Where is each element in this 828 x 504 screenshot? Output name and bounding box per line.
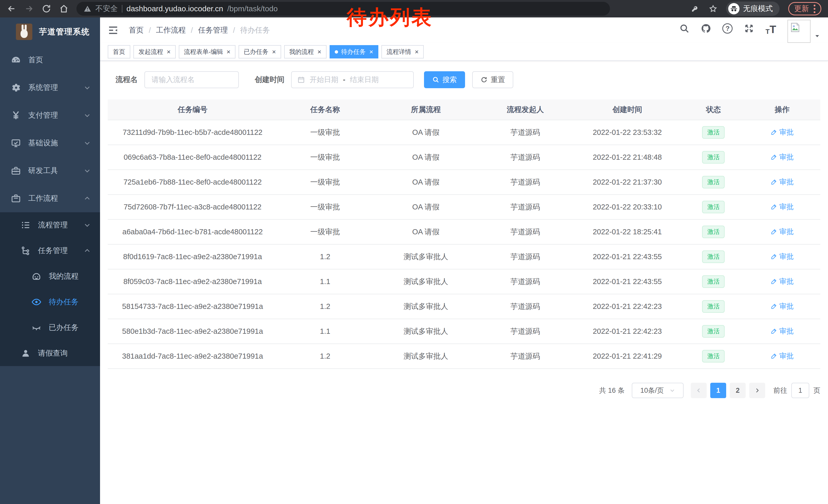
sidebar-collapse-icon[interactable] [108, 25, 119, 36]
task-name: 一级审批 [277, 220, 373, 244]
tab-流程表单-编辑[interactable]: 流程表单-编辑× [179, 45, 236, 58]
sidebar-item-工作流程[interactable]: 工作流程 [0, 185, 100, 212]
sidebar-item-基础设施[interactable]: 基础设施 [0, 129, 100, 157]
table-header-row: 任务编号任务名称所属流程流程发起人创建时间状态操作 [108, 99, 820, 120]
approve-link[interactable]: 审批 [771, 302, 794, 311]
chevron-down-icon [84, 112, 91, 119]
font-size-icon[interactable] [765, 23, 776, 36]
initiator: 芋道源码 [479, 294, 572, 319]
page-size-select[interactable]: 10条/页 [632, 383, 684, 398]
task-name: 1.2 [277, 344, 373, 369]
created-time: 2022-01-21 22:41:29 [572, 344, 683, 369]
address-bar[interactable]: 不安全 dashboard.yudao.iocoder.cn/bpm/task/… [76, 2, 610, 16]
process-name-label: 流程名 [115, 75, 138, 85]
status-cell: 激活 [683, 344, 744, 369]
status-badge: 激活 [702, 275, 724, 288]
sidebar-item-label: 待办任务 [49, 297, 79, 307]
reset-button[interactable]: 重置 [472, 71, 513, 88]
tab-发起流程[interactable]: 发起流程× [133, 45, 176, 58]
close-icon[interactable]: × [415, 48, 419, 55]
app-title: 芋道管理系统 [39, 27, 90, 37]
sidebar-item-待办任务[interactable]: 待办任务 [0, 289, 100, 315]
approve-link[interactable]: 审批 [771, 227, 794, 237]
home-icon[interactable] [59, 4, 69, 13]
sidebar-item-支付管理[interactable]: 支付管理 [0, 101, 100, 129]
bookmark-star-icon[interactable] [709, 4, 717, 13]
sidebar-item-label: 已办任务 [49, 322, 79, 333]
process-name-input[interactable] [144, 71, 239, 88]
url-host: dashboard.yudao.iocoder.cn [126, 4, 223, 13]
page-size-value: 10条/页 [640, 386, 664, 395]
help-icon[interactable] [722, 23, 733, 34]
sidebar-item-任务管理[interactable]: 任务管理 [0, 238, 100, 264]
prev-page-button[interactable] [691, 383, 707, 398]
approve-label: 审批 [779, 202, 794, 212]
pen-icon [771, 253, 777, 260]
sidebar-item-请假查询[interactable]: 请假查询 [0, 340, 100, 366]
close-icon[interactable]: × [318, 48, 321, 55]
next-page-button[interactable] [749, 383, 765, 398]
table-row: 580e1b3d-7ac8-11ec-a9e2-a2380e71991a1.1测… [108, 319, 820, 344]
close-icon[interactable]: × [226, 48, 230, 55]
search-icon[interactable] [679, 23, 690, 34]
sidebar-item-首页[interactable]: 首页 [0, 46, 100, 74]
goto-page-input[interactable] [791, 383, 809, 398]
breadcrumb-item[interactable]: 任务管理 [198, 25, 228, 35]
tab-label: 我的流程 [289, 48, 314, 56]
app-logo[interactable]: 芋道管理系统 [0, 17, 100, 46]
tab-待办任务[interactable]: 待办任务× [330, 45, 378, 58]
close-icon[interactable]: × [272, 48, 276, 55]
close-icon[interactable]: × [167, 48, 171, 55]
breadcrumb-item[interactable]: 工作流程 [156, 25, 186, 35]
forward-icon[interactable] [24, 4, 34, 13]
chevron-up-icon [84, 195, 91, 202]
user-avatar-menu[interactable] [787, 18, 820, 43]
approve-link[interactable]: 审批 [771, 127, 794, 137]
task-id: 069c6a63-7b8a-11ec-8ef0-acde48001122 [108, 145, 277, 170]
approve-link[interactable]: 审批 [771, 152, 794, 162]
incognito-icon [728, 3, 740, 14]
reload-icon[interactable] [42, 4, 51, 13]
eye-open-icon [31, 297, 42, 307]
sidebar-item-我的流程[interactable]: 我的流程 [0, 264, 100, 289]
back-icon[interactable] [7, 4, 16, 13]
avatar[interactable] [787, 20, 811, 43]
approve-link[interactable]: 审批 [771, 326, 794, 336]
sidebar-item-label: 基础设施 [28, 138, 58, 148]
approve-link[interactable]: 审批 [771, 177, 794, 187]
status-cell: 激活 [683, 294, 744, 319]
task-id: 8f059c03-7ac8-11ec-a9e2-a2380e71991a [108, 269, 277, 294]
password-key-icon[interactable] [691, 4, 700, 13]
fullscreen-icon[interactable] [744, 23, 754, 34]
breadcrumb-item[interactable]: 首页 [129, 25, 143, 35]
pen-icon [771, 154, 777, 161]
create-time-range-picker[interactable]: 开始日期 - 结束日期 [291, 71, 414, 88]
flow-list-icon [20, 220, 31, 230]
tags-view-bar: 首页发起流程×流程表单-编辑×已办任务×我的流程×待办任务×流程详情× [100, 43, 828, 61]
warning-icon [84, 5, 91, 12]
approve-link[interactable]: 审批 [771, 351, 794, 361]
browser-menu-icon[interactable] [814, 5, 816, 13]
page-button-2[interactable]: 2 [730, 383, 746, 398]
browser-update-button[interactable]: 更新 [788, 2, 821, 15]
tab-流程详情[interactable]: 流程详情× [381, 45, 424, 58]
tab-已办任务[interactable]: 已办任务× [239, 45, 281, 58]
approve-link[interactable]: 审批 [771, 277, 794, 286]
sidebar-item-研发工具[interactable]: 研发工具 [0, 157, 100, 185]
tab-我的流程[interactable]: 我的流程× [284, 45, 327, 58]
process-name: 测试多审批人 [373, 244, 479, 269]
page-button-1[interactable]: 1 [710, 383, 726, 398]
search-button[interactable]: 搜索 [424, 71, 465, 88]
breadcrumb: 首页/工作流程/任务管理/待办任务 [129, 25, 270, 35]
sidebar-item-label: 任务管理 [38, 245, 68, 256]
sidebar-item-流程管理[interactable]: 流程管理 [0, 212, 100, 238]
sidebar-item-系统管理[interactable]: 系统管理 [0, 74, 100, 101]
github-icon[interactable] [701, 23, 711, 34]
sidebar-item-已办任务[interactable]: 已办任务 [0, 315, 100, 340]
approve-link[interactable]: 审批 [771, 202, 794, 212]
close-icon[interactable]: × [369, 48, 373, 55]
browser-toolbar: 不安全 dashboard.yudao.iocoder.cn/bpm/task/… [0, 0, 828, 17]
sidebar-menu: 首页系统管理支付管理基础设施研发工具工作流程流程管理任务管理我的流程待办任务已办… [0, 46, 100, 366]
approve-link[interactable]: 审批 [771, 252, 794, 262]
tab-首页[interactable]: 首页 [108, 45, 130, 58]
